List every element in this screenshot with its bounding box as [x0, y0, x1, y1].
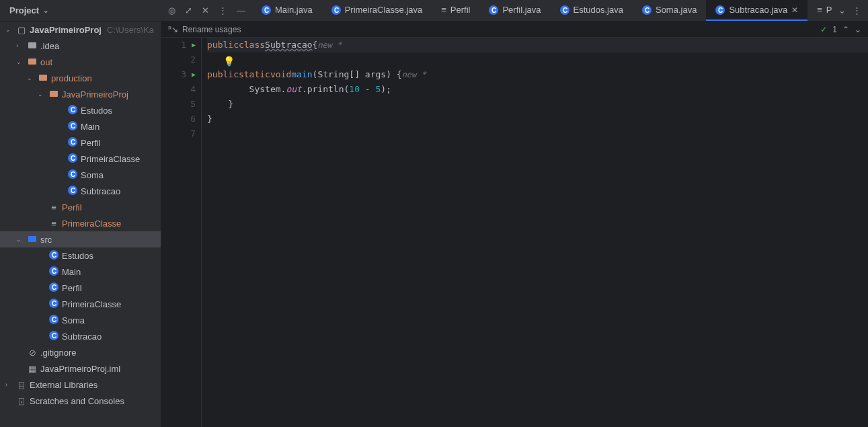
close-panel-icon[interactable]: ✕: [202, 5, 209, 15]
tree-file[interactable]: CMain: [0, 118, 161, 134]
tree-gitignore[interactable]: ⊘.gitignore: [0, 344, 161, 360]
class-icon: C: [48, 331, 59, 342]
class-icon: C: [489, 5, 498, 15]
scratch-icon: ⌺: [16, 396, 27, 406]
chevron-down-icon: ⌄: [16, 59, 24, 65]
project-tool-label[interactable]: Project ⌄: [0, 0, 161, 21]
tab-perfil-text[interactable]: ≡ Perfil: [432, 0, 479, 21]
class-name: Subtracao: [265, 38, 312, 52]
more-icon[interactable]: ⋮: [219, 5, 227, 15]
line-number: 6: [190, 112, 196, 126]
tree-out[interactable]: ⌄ out: [0, 54, 161, 70]
svg-text:C: C: [563, 7, 567, 14]
tree-file[interactable]: CSubtracao: [0, 183, 161, 199]
tree-file[interactable]: CPerfil: [0, 134, 161, 151]
inspection-down-icon[interactable]: ⌄: [855, 25, 861, 34]
svg-rect-15: [50, 91, 58, 97]
tree-iml[interactable]: ▦JavaPrimeiroProj.iml: [0, 360, 161, 377]
svg-text:C: C: [52, 300, 56, 307]
editor-tabs: C Main.java C PrimeiraClasse.java ≡ Perf…: [252, 0, 832, 21]
tree-label: JavaPrimeiroProj: [62, 89, 128, 100]
tree-file[interactable]: CSoma: [0, 167, 161, 183]
inlay-hint: new *: [317, 38, 342, 52]
tree-label: Soma: [81, 170, 104, 180]
tree-proj-inner[interactable]: ⌄ JavaPrimeiroProj: [0, 86, 161, 102]
tree-src[interactable]: ⌄ src: [0, 231, 161, 247]
tab-label: PrimeiraClasse.java: [345, 5, 423, 15]
tree-file[interactable]: CPrimeiraClasse: [0, 296, 161, 312]
inspection-up-icon[interactable]: ⌃: [842, 25, 849, 34]
class-icon: C: [67, 105, 78, 116]
line-number: 7: [190, 126, 196, 141]
svg-text:C: C: [264, 7, 269, 14]
tab-estudos[interactable]: C Estudos.java: [551, 0, 633, 21]
svg-rect-13: [28, 59, 36, 65]
tabs-dropdown-icon[interactable]: ⌄: [838, 5, 846, 15]
tab-soma[interactable]: C Soma.java: [633, 0, 706, 21]
close-tab-icon[interactable]: ✕: [791, 5, 798, 15]
class-icon: C: [48, 315, 59, 326]
tab-subtracao[interactable]: C Subtracao.java ✕: [706, 0, 807, 21]
tab-truncated[interactable]: ≡ P: [807, 0, 832, 21]
tree-file[interactable]: CPerfil: [0, 280, 161, 296]
tab-primeiraclasse[interactable]: C PrimeiraClasse.java: [322, 0, 432, 21]
tab-label: P: [826, 5, 832, 15]
run-gutter-icon[interactable]: ▶: [192, 67, 196, 82]
project-tree[interactable]: ⌄ ▢ JavaPrimeiroProj C:\Users\Ka › .idea…: [0, 22, 161, 427]
line-number: 3: [181, 67, 186, 82]
chevron-right-icon: ›: [5, 381, 13, 388]
class-icon: C: [48, 299, 59, 310]
tree-scratches[interactable]: ⌺Scratches and Consoles: [0, 393, 161, 409]
tree-file[interactable]: CPrimeiraClasse: [0, 151, 161, 167]
intention-bulb-icon[interactable]: 💡: [223, 54, 235, 69]
module-icon: ▢: [16, 25, 27, 35]
line-number: 1: [181, 38, 186, 52]
code-text: .println(: [302, 82, 349, 97]
tabs-more-icon[interactable]: ⋮: [853, 5, 861, 15]
tree-label: Scratches and Consoles: [30, 396, 124, 406]
class-icon: C: [67, 121, 78, 132]
expand-icon[interactable]: ⤢: [185, 5, 192, 15]
target-icon[interactable]: ◎: [168, 5, 175, 15]
code-editor[interactable]: 1▶ 2 3▶ 4 5 6 7 public class Subtracao{ …: [161, 38, 868, 427]
tree-production[interactable]: ⌄ production: [0, 70, 161, 86]
line-number: 4: [190, 82, 196, 97]
code-area[interactable]: public class Subtracao{ new * public sta…: [202, 38, 868, 427]
tree-label: Main: [62, 267, 81, 277]
minimize-icon[interactable]: —: [237, 5, 245, 15]
tree-file[interactable]: CSubtracao: [0, 328, 161, 344]
chevron-down-icon: ⌄: [38, 91, 46, 98]
svg-text:C: C: [52, 251, 56, 259]
svg-text:C: C: [71, 171, 75, 178]
svg-text:C: C: [645, 7, 649, 14]
params: (String[] args) {: [313, 67, 402, 82]
tree-perfil-file[interactable]: ≡Perfil: [0, 199, 161, 215]
tree-primeiraclasse-file[interactable]: ≡PrimeiraClasse: [0, 215, 161, 231]
class-icon: C: [67, 186, 78, 197]
svg-text:C: C: [52, 268, 56, 275]
module-file-icon: ▦: [27, 364, 38, 374]
tab-main[interactable]: C Main.java: [252, 0, 322, 21]
tree-label: Subtracao: [81, 186, 120, 196]
tree-idea[interactable]: › .idea: [0, 38, 161, 54]
class-icon: C: [67, 169, 78, 181]
line-number: 2: [190, 52, 196, 67]
tree-external-libs[interactable]: ›⌸External Libraries: [0, 377, 161, 393]
run-gutter-icon[interactable]: ▶: [192, 38, 196, 52]
class-icon: C: [48, 250, 59, 262]
class-icon: C: [560, 5, 569, 15]
tab-perfil-java[interactable]: C Perfil.java: [479, 0, 550, 21]
tree-file[interactable]: CMain: [0, 264, 161, 280]
tree-root[interactable]: ⌄ ▢ JavaPrimeiroProj C:\Users\Ka: [0, 22, 161, 38]
tree-file[interactable]: CSoma: [0, 312, 161, 328]
inspection-check-icon[interactable]: ✓: [820, 25, 827, 34]
tree-file[interactable]: CEstudos: [0, 102, 161, 118]
tree-file[interactable]: CEstudos: [0, 247, 161, 264]
svg-text:C: C: [71, 139, 75, 146]
chevron-down-icon: ⌄: [16, 236, 24, 243]
class-icon: C: [331, 5, 341, 15]
project-label-text: Project: [9, 5, 39, 15]
class-icon: C: [48, 282, 59, 294]
folder-icon: [38, 73, 48, 84]
folder-icon: [48, 89, 59, 100]
